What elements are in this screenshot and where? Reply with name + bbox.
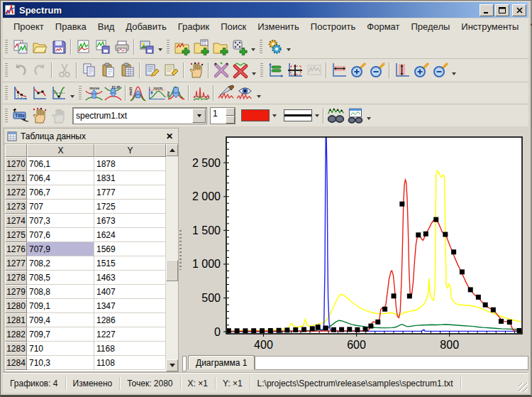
toolbar-gripper[interactable] [5, 109, 8, 123]
cell-x[interactable]: 710 [27, 342, 94, 356]
table-row[interactable]: 1279708,81407 [5, 285, 166, 299]
paste-button[interactable] [99, 61, 118, 80]
cell-x[interactable]: 708,8 [27, 285, 94, 299]
scroll-up-icon[interactable] [166, 144, 178, 156]
cell-x[interactable]: 706,7 [27, 185, 94, 200]
tab-diagram-1[interactable]: Диаграмма 1 [188, 355, 255, 369]
toolbar-gripper[interactable] [79, 86, 82, 100]
spectrum-plot[interactable]: 40060080005001 0001 5002 0002 500 [184, 128, 528, 354]
add-folder-button[interactable] [211, 37, 230, 56]
cell-y[interactable]: 1831 [94, 171, 166, 185]
table-row[interactable]: 1276707,91569 [5, 242, 166, 256]
cell-x[interactable]: 708,5 [27, 271, 94, 285]
cell-y[interactable]: 1407 [94, 285, 166, 299]
cell-x[interactable]: 707,3 [27, 214, 94, 228]
delete-dropdown[interactable] [250, 60, 258, 81]
spinner-up-button[interactable] [226, 108, 235, 116]
view-table-glasses-button[interactable] [345, 106, 365, 125]
fit-y-button[interactable] [266, 61, 285, 80]
cell-y[interactable]: 1168 [94, 342, 166, 356]
add-dropdown[interactable] [249, 36, 257, 57]
zoom-y-range-button[interactable] [329, 61, 348, 80]
line-style-button[interactable] [282, 107, 321, 124]
open-project-button[interactable] [30, 37, 49, 56]
series-dropdown[interactable] [365, 105, 373, 126]
cell-y[interactable]: 1569 [94, 242, 166, 256]
data-panel-header[interactable]: Таблица данных ✕ [4, 129, 178, 144]
print-button[interactable] [112, 37, 131, 56]
menu-limits[interactable]: Пределы [406, 19, 456, 34]
find-peaks-button[interactable] [192, 84, 211, 103]
hand-tool-disabled-button[interactable] [49, 106, 68, 125]
edit-properties-button[interactable] [162, 61, 181, 80]
add-chart-button[interactable] [172, 37, 192, 56]
cell-y[interactable]: 1777 [94, 185, 166, 200]
row-number[interactable]: 1271 [5, 171, 27, 185]
toolbar-gripper[interactable] [5, 40, 8, 54]
settings-gears-button[interactable] [265, 37, 284, 56]
normalize-button[interactable]: norm [148, 84, 167, 103]
table-row[interactable]: 1277708,21515 [5, 256, 166, 271]
cell-y[interactable]: 1673 [94, 214, 166, 228]
curve-dropdown[interactable] [68, 83, 77, 104]
edit-points-hand-button[interactable] [30, 106, 49, 125]
resize-grip[interactable] [519, 383, 528, 392]
cell-y[interactable]: 1227 [94, 327, 166, 342]
save-project-button[interactable] [49, 37, 68, 56]
table-row[interactable]: 1284710,31108 [5, 356, 166, 370]
menu-project[interactable]: Проект [8, 19, 50, 34]
table-row[interactable]: 1275707,61624 [5, 228, 166, 242]
cell-x[interactable]: 707,9 [27, 242, 94, 256]
edit-brush-button[interactable] [143, 61, 162, 80]
copy-button[interactable] [79, 61, 99, 80]
column-header-y[interactable]: Y [94, 144, 166, 157]
cell-y[interactable]: 1624 [94, 228, 166, 242]
panel-close-icon[interactable]: ✕ [164, 131, 175, 142]
menu-edit[interactable]: Правка [50, 19, 92, 34]
transform-dropdown[interactable] [255, 83, 263, 104]
add-table-button[interactable] [192, 37, 211, 56]
zoom-x-range-button[interactable] [392, 61, 411, 80]
fit-wave-button[interactable] [304, 61, 323, 80]
scroll-down-icon[interactable] [166, 359, 178, 371]
toolbar-gripper[interactable] [5, 63, 8, 77]
row-number[interactable]: 1284 [5, 356, 27, 370]
row-number[interactable]: 1273 [5, 200, 27, 214]
table-row[interactable]: 1280709,11347 [5, 299, 166, 313]
row-number[interactable]: 1276 [5, 242, 27, 256]
fit-xy-button[interactable] [285, 61, 304, 80]
row-number[interactable]: 1270 [5, 157, 27, 171]
cell-x[interactable]: 706,1 [27, 157, 94, 171]
active-file-combobox[interactable]: spectrum1.txt [72, 107, 207, 124]
table-row[interactable]: 1272706,71777 [5, 185, 166, 200]
menu-view[interactable]: Вид [92, 19, 121, 34]
flip-curves-button[interactable]: FLIP [104, 84, 123, 103]
menu-build[interactable]: Построить [305, 19, 361, 34]
cell-y[interactable]: 1286 [94, 313, 166, 327]
multiply-button[interactable]: mult [128, 84, 148, 103]
settings-dropdown[interactable] [284, 36, 293, 57]
menu-modify[interactable]: Изменить [252, 19, 305, 34]
menu-help[interactable]: ? [524, 19, 532, 34]
row-number[interactable]: 1278 [5, 271, 27, 285]
view-spectrum-eye-button[interactable] [235, 84, 255, 103]
menu-tools[interactable]: Инструменты [455, 19, 524, 34]
toolbar-gripper[interactable] [5, 86, 8, 100]
row-number[interactable]: 1272 [5, 185, 27, 200]
save-chart-button[interactable] [93, 37, 112, 56]
row-number[interactable]: 1280 [5, 299, 27, 313]
cell-y[interactable]: 1108 [94, 356, 166, 370]
delete-points-button[interactable] [211, 61, 231, 80]
spinner-down-button[interactable] [226, 116, 235, 124]
cell-x[interactable]: 707,6 [27, 228, 94, 242]
row-number[interactable]: 1281 [5, 313, 27, 327]
export-image-button[interactable] [137, 37, 156, 56]
cell-x[interactable]: 710,3 [27, 356, 94, 370]
row-number[interactable]: 1275 [5, 228, 27, 242]
add-random-button[interactable] [230, 37, 249, 56]
cell-x[interactable]: 709,1 [27, 299, 94, 313]
export-dropdown[interactable] [156, 36, 165, 57]
move-points-hand-button[interactable] [187, 61, 206, 80]
zoom-out-x-button[interactable] [431, 61, 450, 80]
table-row[interactable]: 1271706,41831 [5, 171, 166, 185]
